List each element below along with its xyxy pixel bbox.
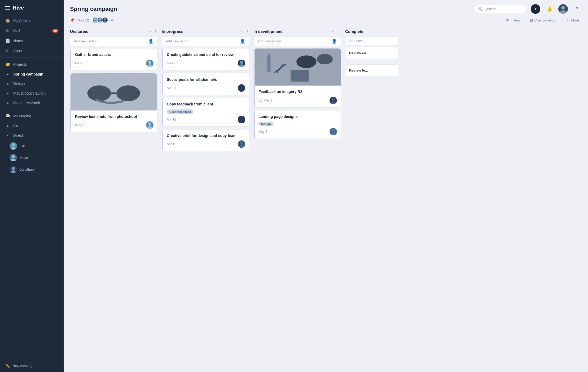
card-meta: ⚠ May 1 bbox=[258, 97, 337, 104]
sidebar-item-projects[interactable]: 📁 Projects bbox=[0, 59, 64, 69]
folder-icon: 📁 bbox=[5, 62, 10, 67]
add-action-in-development[interactable]: Add new action 👤 bbox=[253, 36, 341, 46]
sidebar-item-apps[interactable]: ⊞ Apps bbox=[0, 46, 64, 56]
user-avatar-button[interactable] bbox=[558, 4, 568, 14]
card-title: Social posts for all channels bbox=[167, 77, 245, 82]
search-bar[interactable]: 🔍 Search bbox=[473, 5, 526, 13]
add-button[interactable]: + bbox=[531, 4, 540, 14]
sidebar-item-label: Apps bbox=[13, 49, 22, 53]
add-action-complete[interactable]: Add new a... bbox=[345, 36, 398, 45]
home-icon: 🏠 bbox=[5, 18, 10, 23]
kanban-board: Unstarted ↔ ⋮ Add new action 👤 Gather br… bbox=[64, 26, 588, 372]
more-button[interactable]: ⋮ More bbox=[563, 17, 582, 23]
sidebar-divider bbox=[0, 57, 64, 58]
column-menu-icon[interactable]: ⋮ bbox=[337, 29, 341, 34]
svg-point-24 bbox=[148, 122, 151, 126]
card-avatar bbox=[146, 121, 153, 129]
cards-list-unstarted: Gather brand assets May 1 bbox=[70, 48, 157, 366]
sidebar-item-messaging[interactable]: 💬 Messaging bbox=[0, 111, 64, 121]
svg-point-1 bbox=[11, 147, 16, 150]
card-landing-page[interactable]: Landing page designs Design May 2 bbox=[253, 110, 341, 139]
card-title: Create guidelines and send for review bbox=[167, 52, 245, 57]
sidebar-item-label: Groups bbox=[13, 124, 25, 128]
priority-icon: ⚠ bbox=[258, 98, 262, 103]
svg-point-7 bbox=[560, 10, 566, 14]
filter-icon: ⚗ bbox=[506, 18, 509, 22]
header-meta-left: 📌 May 12 +4 bbox=[70, 17, 113, 23]
svg-point-47 bbox=[332, 129, 335, 132]
sidebar-item-market-research[interactable]: ■ Market research bbox=[0, 98, 64, 108]
assignee-icon: 👤 bbox=[148, 39, 153, 44]
card-gather-brand[interactable]: Gather brand assets May 1 bbox=[70, 48, 157, 70]
project-dot-icon: ■ bbox=[5, 92, 10, 95]
logo[interactable]: Hive bbox=[0, 0, 64, 16]
svg-point-15 bbox=[147, 64, 152, 67]
notifications-button[interactable]: 🔔 bbox=[545, 4, 554, 14]
card-review-co[interactable]: Review co... bbox=[345, 47, 398, 59]
sidebar-user-eric[interactable]: Eric bbox=[0, 140, 64, 152]
card-border bbox=[70, 73, 71, 132]
card-image-sunglasses bbox=[70, 73, 157, 110]
card-review-te[interactable]: Review te... bbox=[345, 64, 398, 76]
resize-icon[interactable]: ↔ bbox=[240, 29, 243, 34]
column-menu-icon[interactable]: ⋮ bbox=[245, 29, 249, 34]
change-layout-button[interactable]: ▦ Change layout bbox=[527, 17, 559, 23]
sidebar-item-design[interactable]: ■ Design bbox=[0, 79, 64, 88]
card-border bbox=[162, 48, 163, 70]
card-social-posts[interactable]: Social posts for all channels Apr 21 bbox=[162, 73, 249, 95]
card-feedback-imagery[interactable]: Feedback on imagery R2 ⚠ May 1 bbox=[253, 48, 341, 108]
sidebar-item-direct[interactable]: ▼ Direct bbox=[0, 131, 64, 140]
svg-point-12 bbox=[104, 18, 106, 20]
svg-point-46 bbox=[331, 101, 336, 104]
project-dot-icon: ■ bbox=[5, 73, 10, 76]
card-avatar bbox=[238, 84, 245, 92]
add-action-unstarted[interactable]: Add new action 👤 bbox=[70, 36, 157, 46]
column-header-in-development: In development ↔ ⋮ bbox=[253, 26, 341, 36]
svg-point-3 bbox=[11, 159, 16, 161]
sidebar-item-groups[interactable]: ▶ Groups bbox=[0, 121, 64, 131]
sidebar-item-notes[interactable]: 📄 Notes bbox=[0, 36, 64, 46]
sidebar-item-spring-campaign[interactable]: ■ Spring campaign bbox=[0, 69, 64, 79]
column-title-in-development: In development bbox=[253, 29, 329, 34]
assignee-icon: 👤 bbox=[332, 39, 337, 44]
messaging-icon: 💬 bbox=[5, 114, 10, 118]
header-top: Spring campaign 🔍 Search + 🔔 ? bbox=[70, 4, 582, 14]
card-creative-brief[interactable]: Creative brief for design and copy team … bbox=[162, 129, 249, 152]
card-review-test-shots[interactable]: Review test shots from photoshoot May 2 bbox=[70, 73, 157, 132]
add-action-label: Add new a... bbox=[349, 39, 394, 43]
add-action-in-progress[interactable]: Add new action 👤 bbox=[162, 36, 249, 46]
sidebar-user-jonathan[interactable]: Jonathan bbox=[0, 163, 64, 175]
meta-avatars: +4 bbox=[92, 17, 113, 23]
svg-point-4 bbox=[12, 167, 15, 170]
sidebar-user-maya[interactable]: Maya bbox=[0, 152, 64, 163]
chevron-down-icon: ▼ bbox=[5, 134, 10, 137]
card-meta: Apr 21 bbox=[167, 84, 245, 92]
card-create-guidelines[interactable]: Create guidelines and send for review Ma… bbox=[162, 48, 249, 70]
resize-icon[interactable]: ↔ bbox=[331, 29, 335, 34]
svg-point-32 bbox=[240, 141, 243, 145]
card-border bbox=[70, 48, 71, 70]
svg-point-28 bbox=[240, 85, 243, 88]
user-name: Eric bbox=[20, 144, 25, 148]
help-button[interactable]: ? bbox=[572, 4, 582, 14]
column-in-progress: In progress ↔ ⋮ Add new action 👤 Create … bbox=[162, 26, 249, 366]
resize-icon[interactable]: ↔ bbox=[148, 29, 152, 34]
new-message-button[interactable]: ✏️ New message bbox=[0, 359, 64, 372]
card-copy-feedback[interactable]: Copy feedback from client Client feedbac… bbox=[162, 98, 249, 127]
sidebar-item-label: Mail bbox=[13, 29, 20, 33]
card-meta: May 4 bbox=[167, 60, 245, 67]
filters-button[interactable]: ⚗ Filters bbox=[503, 17, 523, 23]
svg-point-6 bbox=[561, 6, 565, 10]
sidebar-item-may-product-launch[interactable]: ■ May product launch bbox=[0, 88, 64, 98]
column-menu-icon[interactable]: ⋮ bbox=[154, 29, 157, 34]
column-title-complete: Complete bbox=[345, 29, 398, 34]
header: Spring campaign 🔍 Search + 🔔 ? bbox=[64, 0, 588, 26]
svg-point-13 bbox=[103, 21, 107, 23]
page-title: Spring campaign bbox=[70, 6, 117, 12]
svg-point-14 bbox=[148, 61, 151, 64]
sidebar-item-my-actions[interactable]: 🏠 My Actions bbox=[0, 16, 64, 26]
card-title: Review co... bbox=[349, 51, 394, 55]
card-title: Creative brief for design and copy team bbox=[167, 133, 245, 139]
svg-point-2 bbox=[12, 155, 15, 158]
sidebar-item-mail[interactable]: ✉ Mail 10 bbox=[0, 26, 64, 36]
